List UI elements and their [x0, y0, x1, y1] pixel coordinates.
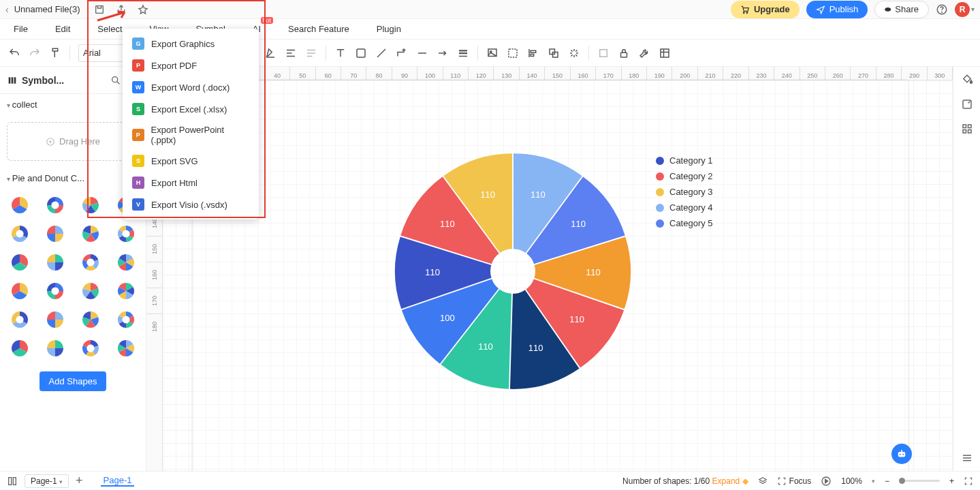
- save-icon[interactable]: [94, 4, 105, 15]
- shape-thumb[interactable]: [4, 336, 35, 361]
- menu-file[interactable]: File: [14, 24, 28, 34]
- export-menu-item[interactable]: SExport Excel (.xlsx): [123, 98, 259, 120]
- fill-panel-icon[interactable]: [961, 74, 973, 86]
- shape-thumb[interactable]: [75, 193, 106, 217]
- search-icon[interactable]: [110, 75, 121, 86]
- table-icon[interactable]: [659, 47, 671, 59]
- undo-icon[interactable]: [8, 47, 20, 59]
- line-color-icon[interactable]: [375, 47, 388, 59]
- zoom-slider[interactable]: [899, 480, 940, 482]
- shape-thumb[interactable]: [110, 336, 142, 361]
- shape-thumb[interactable]: [4, 193, 35, 217]
- drop-zone-label: Drag Here: [59, 136, 100, 147]
- shape-thumb[interactable]: [4, 279, 35, 303]
- fill-icon[interactable]: [355, 47, 367, 59]
- shape-thumb[interactable]: [39, 193, 71, 217]
- shape-thumb[interactable]: [4, 307, 35, 332]
- pages-icon[interactable]: [7, 476, 18, 487]
- arrow-style-icon[interactable]: [437, 47, 449, 59]
- publish-button[interactable]: Publish: [806, 1, 868, 18]
- add-page-button[interactable]: +: [76, 474, 83, 488]
- shape-thumb[interactable]: [110, 250, 142, 275]
- ruler-tick: 200: [672, 67, 697, 80]
- shape-thumb[interactable]: [39, 336, 71, 361]
- menu-edit[interactable]: Edit: [55, 24, 70, 34]
- page[interactable]: 110110110110110110100110110110 Category …: [193, 80, 908, 471]
- back-button[interactable]: ‹: [5, 4, 9, 15]
- shape-thumb[interactable]: [4, 221, 35, 246]
- shape-thumb[interactable]: [110, 307, 142, 332]
- upgrade-button[interactable]: Upgrade: [731, 1, 800, 18]
- add-shapes-button[interactable]: Add Shapes: [39, 371, 107, 391]
- star-icon[interactable]: [138, 4, 148, 15]
- shape-thumb[interactable]: [39, 250, 71, 275]
- line-style-icon[interactable]: [416, 47, 428, 59]
- layers-status-icon[interactable]: [758, 476, 768, 486]
- export-menu-item[interactable]: HExport Html: [123, 172, 259, 194]
- layers-icon[interactable]: [597, 47, 610, 59]
- fullscreen-icon[interactable]: [964, 476, 973, 486]
- align-left-icon[interactable]: [285, 47, 297, 59]
- ruler-tick: 130: [494, 67, 519, 80]
- drop-zone[interactable]: Drag Here: [7, 122, 139, 161]
- export-menu-item[interactable]: WExport Word (.docx): [123, 76, 259, 98]
- shape-thumb[interactable]: [75, 250, 106, 275]
- menu-search-feature[interactable]: Search Feature: [288, 24, 349, 34]
- file-type-icon: P: [132, 129, 144, 141]
- align-objects-icon[interactable]: [527, 47, 539, 59]
- shape-thumb[interactable]: [39, 279, 71, 303]
- page-tab[interactable]: Page-1: [101, 475, 135, 487]
- connector-icon[interactable]: [396, 47, 408, 59]
- align-vertical-icon[interactable]: [305, 47, 317, 59]
- shape-thumb[interactable]: [4, 250, 35, 275]
- page-select[interactable]: Page-1 ▾: [25, 474, 69, 488]
- menu-plugin[interactable]: Plugin: [377, 24, 401, 34]
- shape-thumb[interactable]: [75, 279, 106, 303]
- share-button[interactable]: ⬬ Share: [874, 1, 929, 18]
- menu-select[interactable]: Select: [97, 24, 122, 34]
- zoom-out-button[interactable]: −: [885, 476, 889, 486]
- container-icon[interactable]: [507, 47, 519, 59]
- user-menu[interactable]: R ▾: [955, 2, 975, 17]
- group-icon[interactable]: [548, 47, 560, 59]
- grid-panel-icon[interactable]: [961, 123, 973, 135]
- format-painter-icon[interactable]: [49, 47, 61, 59]
- help-icon[interactable]: [936, 3, 948, 16]
- shape-thumb[interactable]: [75, 307, 106, 332]
- lock-icon[interactable]: [618, 47, 630, 59]
- settings-panel-icon[interactable]: [961, 452, 973, 464]
- shape-thumb[interactable]: [110, 279, 142, 303]
- zoom-in-button[interactable]: +: [949, 476, 954, 486]
- highlight-icon[interactable]: [264, 47, 276, 59]
- redo-icon[interactable]: [29, 47, 41, 59]
- focus-button[interactable]: Focus: [777, 476, 812, 486]
- expand-link[interactable]: Expand: [712, 476, 740, 486]
- shape-thumb[interactable]: [75, 336, 106, 361]
- legend-swatch: [656, 188, 664, 196]
- export-menu-item[interactable]: VExport Visio (.vsdx): [123, 194, 259, 215]
- pie-chart[interactable]: 110110110110110110100110110110: [390, 149, 635, 394]
- outline-panel-icon[interactable]: [961, 98, 973, 110]
- wrench-icon[interactable]: [638, 47, 650, 59]
- play-icon[interactable]: [821, 476, 832, 487]
- shape-thumb[interactable]: [75, 221, 106, 246]
- line-weight-icon[interactable]: [457, 47, 469, 59]
- text-tool-icon[interactable]: [334, 47, 347, 59]
- ruler-tick: 150: [146, 236, 162, 262]
- share-export-icon[interactable]: [116, 4, 127, 15]
- export-menu-item[interactable]: PExport PDF: [123, 55, 259, 76]
- shape-thumb[interactable]: [39, 307, 71, 332]
- export-menu-item[interactable]: PExport PowerPoint (.pptx): [123, 120, 259, 150]
- export-menu-item[interactable]: SExport SVG: [123, 150, 259, 172]
- ruler-tick: 40: [265, 67, 290, 80]
- effects-icon[interactable]: [568, 47, 580, 59]
- image-icon[interactable]: [486, 47, 499, 59]
- zoom-value[interactable]: 100%: [841, 476, 862, 486]
- shape-thumb[interactable]: [39, 221, 71, 246]
- shape-thumb[interactable]: [110, 221, 142, 246]
- export-menu-item[interactable]: GExport Graphics: [123, 33, 259, 55]
- canvas[interactable]: 110110110110110110100110110110 Category …: [163, 80, 953, 471]
- file-name[interactable]: Unnamed File(3): [14, 4, 80, 14]
- slice-label: 110: [569, 314, 584, 324]
- assistant-bot-button[interactable]: [891, 444, 912, 464]
